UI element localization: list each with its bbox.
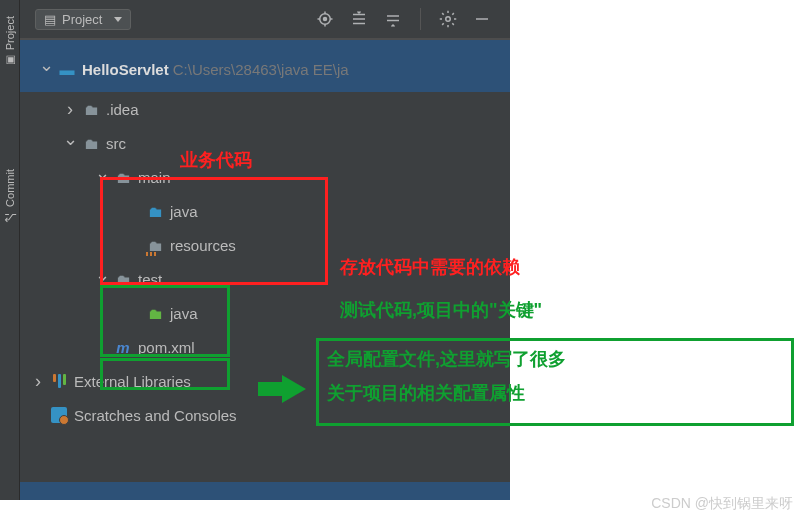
left-sidebar: ▣ Project ⎇ Commit xyxy=(0,0,20,500)
tree-node-pom[interactable]: m pom.xml xyxy=(20,330,510,364)
tree-node-src[interactable]: 🖿 src xyxy=(20,126,510,160)
chevron-down-icon xyxy=(114,17,122,22)
folder-icon: ▣ xyxy=(3,54,16,67)
locate-button[interactable] xyxy=(312,8,338,30)
resources-folder-icon: 🖿 xyxy=(144,237,166,254)
folder-icon: 🖿 xyxy=(112,169,134,186)
scratches-icon xyxy=(48,407,70,423)
libraries-icon xyxy=(48,374,70,388)
source-folder-icon: 🖿 xyxy=(144,203,166,220)
tree-node-main-java[interactable]: 🖿 java xyxy=(20,194,510,228)
chevron-down-icon[interactable] xyxy=(60,132,80,154)
commit-icon: ⎇ xyxy=(3,211,16,224)
node-label: HelloServlet xyxy=(82,61,169,78)
chevron-right-icon[interactable] xyxy=(28,371,48,392)
node-label: src xyxy=(106,135,126,152)
svg-point-11 xyxy=(446,17,451,22)
node-label: .idea xyxy=(106,101,139,118)
settings-button[interactable] xyxy=(435,8,461,30)
tree-node-idea[interactable]: 🖿 .idea xyxy=(20,92,510,126)
collapse-all-button[interactable] xyxy=(380,8,406,30)
project-tree[interactable]: ▬ HelloServlet C:\Users\28463\java EE\ja… xyxy=(20,40,510,500)
sidebar-tab-label: Project xyxy=(4,16,16,50)
toolbar: ▤ Project xyxy=(20,0,510,40)
toolbar-divider xyxy=(420,8,421,30)
project-view-selector[interactable]: ▤ Project xyxy=(35,9,131,30)
node-label: pom.xml xyxy=(138,339,195,356)
node-label: External Libraries xyxy=(74,373,191,390)
folder-icon: 🖿 xyxy=(112,271,134,288)
node-label: Scratches and Consoles xyxy=(74,407,237,424)
node-label: java xyxy=(170,305,198,322)
node-label: java xyxy=(170,203,198,220)
minimize-button[interactable] xyxy=(469,8,495,30)
tree-node-test[interactable]: 🖿 test xyxy=(20,262,510,296)
maven-icon: m xyxy=(112,339,134,356)
chevron-right-icon[interactable] xyxy=(60,99,80,120)
project-icon: ▤ xyxy=(44,12,56,27)
arrow-icon xyxy=(282,375,306,403)
folder-icon: 🖿 xyxy=(80,135,102,152)
chevron-down-icon[interactable] xyxy=(92,166,112,188)
node-label: resources xyxy=(170,237,236,254)
tree-node-scratches[interactable]: Scratches and Consoles xyxy=(20,398,510,432)
test-folder-icon: 🖿 xyxy=(144,305,166,322)
node-label: test xyxy=(138,271,162,288)
sidebar-tab-commit[interactable]: ⎇ Commit xyxy=(1,163,18,230)
svg-point-1 xyxy=(324,18,327,21)
watermark: CSDN @快到锅里来呀 xyxy=(651,495,793,513)
expand-all-button[interactable] xyxy=(346,8,372,30)
project-selector-label: Project xyxy=(62,12,102,27)
module-icon: ▬ xyxy=(56,61,78,78)
chevron-down-icon[interactable] xyxy=(92,268,112,290)
chevron-down-icon[interactable] xyxy=(36,58,56,80)
node-path: C:\Users\28463\java EE\ja xyxy=(173,61,349,78)
node-label: main xyxy=(138,169,171,186)
tree-node-resources[interactable]: 🖿 resources xyxy=(20,228,510,262)
folder-icon: 🖿 xyxy=(80,101,102,118)
tree-node-main[interactable]: 🖿 main xyxy=(20,160,510,194)
sidebar-tab-label: Commit xyxy=(4,169,16,207)
tree-root-node[interactable]: ▬ HelloServlet C:\Users\28463\java EE\ja xyxy=(28,52,502,86)
tree-node-test-java[interactable]: 🖿 java xyxy=(20,296,510,330)
sidebar-tab-project[interactable]: ▣ Project xyxy=(1,10,18,73)
